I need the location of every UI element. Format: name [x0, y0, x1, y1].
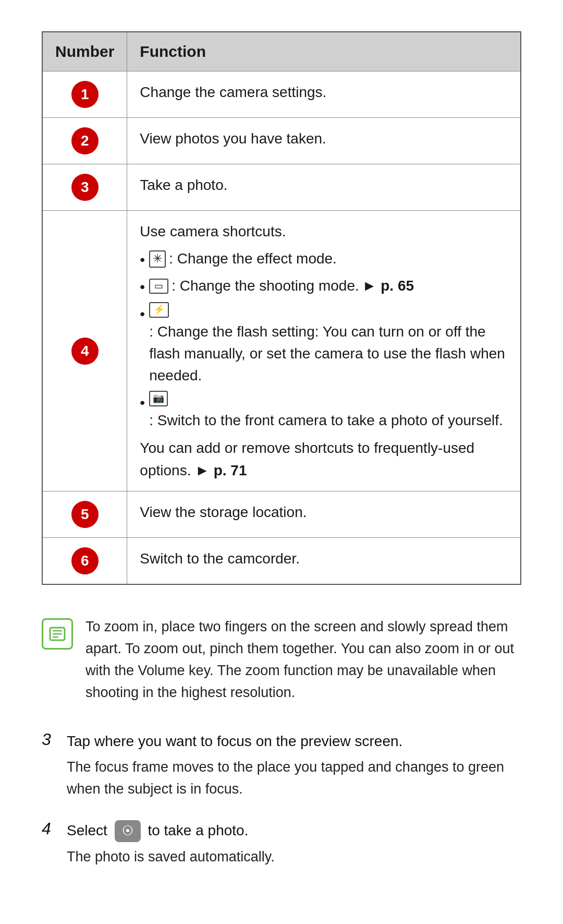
- shortcut-flash-text: : Change the flash setting: You can turn…: [149, 321, 508, 387]
- step-4-main-text: Select ⦿ to take a photo.: [67, 819, 248, 843]
- shortcut-icon-shooting: ▭ : Change the shooting mode. ► p. 65: [149, 275, 414, 297]
- step-4-after-icon: to take a photo.: [148, 822, 248, 838]
- table-header-number: Number: [42, 32, 127, 71]
- shortcut-frontcam-text: : Switch to the front camera to take a p…: [149, 410, 503, 431]
- shortcut-icon-frontcam: 📷 : Switch to the front camera to take a…: [149, 391, 508, 431]
- function-table: Number Function 1 Change the camera sett…: [42, 31, 521, 585]
- step-3: 3 Tap where you want to focus on the pre…: [42, 730, 521, 800]
- shortcut-item-shooting: • ▭ : Change the shooting mode. ► p. 65: [140, 275, 508, 298]
- row-function-1: Change the camera settings.: [127, 71, 521, 118]
- shortcut-item-flash: • ⚡ : Change the flash setting: You can …: [140, 302, 508, 387]
- step-4-before-icon: Select: [67, 822, 107, 838]
- camera-shutter-icon: ⦿: [115, 820, 141, 842]
- circle-badge-1: 1: [71, 81, 99, 108]
- step-number-3: 3: [42, 730, 58, 749]
- row-number-5: 5: [42, 491, 127, 538]
- row-number-4: 4: [42, 211, 127, 491]
- step-4: 4 Select ⦿ to take a photo. The photo is…: [42, 819, 521, 869]
- step-4-sub-text: The photo is saved automatically.: [67, 846, 521, 868]
- shortcuts-list: • ✳ : Change the effect mode. • ▭: [140, 248, 508, 431]
- shortcut-icon-flash: ⚡ : Change the flash setting: You can tu…: [149, 302, 508, 387]
- front-camera-icon: 📷: [149, 391, 168, 406]
- shortcut-shooting-text: : Change the shooting mode.: [172, 275, 359, 297]
- row-function-3: Take a photo.: [127, 164, 521, 211]
- shortcut-item-frontcam: • 📷 : Switch to the front camera to take…: [140, 391, 508, 431]
- circle-badge-5: 5: [71, 501, 99, 528]
- shortcut-item-effect: • ✳ : Change the effect mode.: [140, 248, 508, 271]
- row-function-2: View photos you have taken.: [127, 118, 521, 164]
- table-row: 4 Use camera shortcuts. • ✳ : Change the…: [42, 211, 521, 491]
- note-box: To zoom in, place two fingers on the scr…: [42, 616, 521, 703]
- circle-badge-4: 4: [71, 338, 99, 365]
- shortcuts-footer-text: You can add or remove shortcuts to frequ…: [140, 437, 508, 482]
- function-text-3: Take a photo.: [140, 177, 227, 193]
- table-row: 3 Take a photo.: [42, 164, 521, 211]
- bullet-dot: •: [140, 392, 145, 414]
- shooting-page-ref: ► p. 65: [362, 275, 414, 297]
- function-text-5: View the storage location.: [140, 504, 307, 520]
- flash-icon: ⚡: [149, 302, 169, 318]
- note-text-content: To zoom in, place two fingers on the scr…: [85, 616, 521, 703]
- step-3-main-text: Tap where you want to focus on the previ…: [67, 730, 402, 752]
- shooting-mode-icon: ▭: [149, 279, 168, 294]
- function-text-6: Switch to the camcorder.: [140, 550, 300, 567]
- row-number-1: 1: [42, 71, 127, 118]
- circle-badge-3: 3: [71, 174, 99, 201]
- function-text-2: View photos you have taken.: [140, 130, 326, 147]
- shortcuts-footer-ref: ► p. 71: [195, 462, 247, 478]
- table-row: 5 View the storage location.: [42, 491, 521, 538]
- step-number-4: 4: [42, 819, 58, 838]
- effect-mode-icon: ✳: [149, 250, 166, 267]
- step-4-main-line: 4 Select ⦿ to take a photo.: [42, 819, 521, 843]
- note-svg-icon: [48, 625, 67, 643]
- row-number-3: 3: [42, 164, 127, 211]
- row-function-4: Use camera shortcuts. • ✳ : Change the e…: [127, 211, 521, 491]
- row-number-2: 2: [42, 118, 127, 164]
- note-icon: [42, 618, 73, 650]
- shortcuts-footer-label: You can add or remove shortcuts to frequ…: [140, 440, 474, 478]
- step-3-sub-text: The focus frame moves to the place you t…: [67, 757, 521, 800]
- function-text-1: Change the camera settings.: [140, 84, 326, 100]
- row-function-5: View the storage location.: [127, 491, 521, 538]
- row-number-6: 6: [42, 538, 127, 585]
- table-row: 6 Switch to the camcorder.: [42, 538, 521, 585]
- bullet-dot: •: [140, 276, 145, 298]
- shortcut-icon-effect: ✳ : Change the effect mode.: [149, 248, 337, 270]
- table-row: 1 Change the camera settings.: [42, 71, 521, 118]
- shortcuts-intro: Use camera shortcuts.: [140, 220, 508, 243]
- row-function-6: Switch to the camcorder.: [127, 538, 521, 585]
- bullet-dot: •: [140, 303, 145, 325]
- step-3-main-line: 3 Tap where you want to focus on the pre…: [42, 730, 521, 752]
- bullet-dot: •: [140, 249, 145, 271]
- table-row: 2 View photos you have taken.: [42, 118, 521, 164]
- circle-badge-6: 6: [71, 547, 99, 574]
- table-header-function: Function: [127, 32, 521, 71]
- circle-badge-2: 2: [71, 127, 99, 154]
- shortcut-effect-text: : Change the effect mode.: [169, 248, 337, 270]
